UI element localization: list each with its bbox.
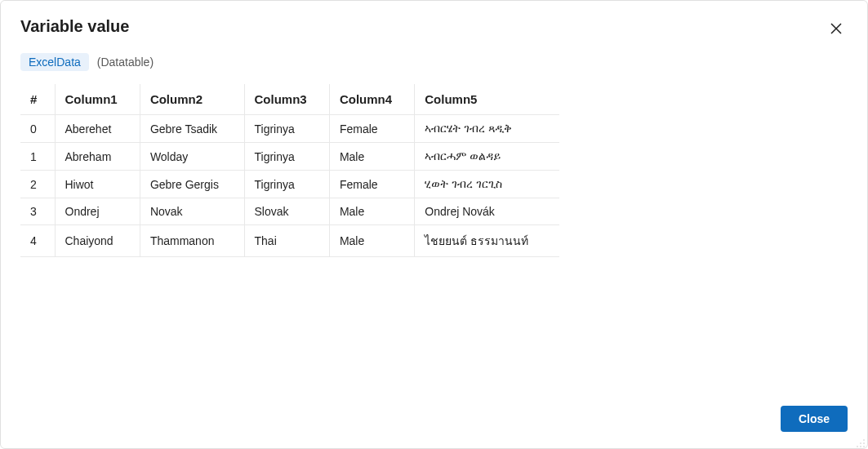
table-container: # Column1 Column2 Column3 Column4 Column… [1, 71, 867, 393]
header-column4[interactable]: Column4 [329, 84, 414, 115]
table-cell: 1 [20, 143, 55, 171]
svg-point-0 [863, 439, 865, 441]
table-cell: Hiwot [55, 171, 140, 198]
dialog-header: Variable value [1, 1, 867, 40]
variable-info-bar: ExcelData (Datatable) [1, 40, 867, 71]
table-cell: 0 [20, 115, 55, 143]
table-cell: ሂወት ገብረ ገርጊስ [415, 171, 559, 198]
table-cell: Tigrinya [244, 115, 329, 143]
close-icon-button[interactable] [825, 17, 848, 40]
table-cell: Gebre Tsadik [140, 115, 244, 143]
table-cell: Thammanon [140, 225, 244, 257]
table-cell: Tigrinya [244, 171, 329, 198]
svg-point-1 [860, 442, 861, 444]
table-cell: Wolday [140, 143, 244, 171]
table-row[interactable]: 2HiwotGebre GergisTigrinyaFemaleሂወት ገብረ … [20, 171, 559, 198]
table-row[interactable]: 3OndrejNovakSlovakMaleOndrej Novák [20, 198, 559, 225]
variable-value-dialog: Variable value ExcelData (Datatable) # C… [0, 0, 868, 449]
table-cell: 4 [20, 225, 55, 257]
dialog-footer: Close [1, 393, 867, 448]
table-row[interactable]: 0AberehetGebre TsadikTigrinyaFemaleኣብርሄት… [20, 115, 559, 143]
close-icon [830, 23, 842, 34]
dialog-title: Variable value [20, 17, 129, 36]
svg-point-5 [863, 446, 865, 447]
table-cell: Female [329, 115, 414, 143]
table-header-row: # Column1 Column2 Column3 Column4 Column… [20, 84, 559, 115]
table-row[interactable]: 1AbrehamWoldayTigrinyaMaleኣብርሓም ወልዳይ [20, 143, 559, 171]
svg-point-3 [857, 446, 858, 447]
table-cell: Male [329, 143, 414, 171]
svg-point-4 [860, 446, 861, 447]
header-column2[interactable]: Column2 [140, 84, 244, 115]
table-cell: Abreham [55, 143, 140, 171]
table-cell: Ondrej [55, 198, 140, 225]
table-cell: ኣብርሓም ወልዳይ [415, 143, 559, 171]
table-cell: Male [329, 198, 414, 225]
table-cell: Novak [140, 198, 244, 225]
table-row[interactable]: 4ChaiyondThammanonThaiMaleไชยยนต์ ธรรมาน… [20, 225, 559, 257]
close-button[interactable]: Close [781, 406, 848, 432]
table-cell: ኣብርሄት ገብረ ጻዲቅ [415, 115, 559, 143]
table-cell: Female [329, 171, 414, 198]
table-cell: Thai [244, 225, 329, 257]
table-cell: Ondrej Novák [415, 198, 559, 225]
table-cell: Slovak [244, 198, 329, 225]
table-cell: Gebre Gergis [140, 171, 244, 198]
table-cell: 2 [20, 171, 55, 198]
header-index[interactable]: # [20, 84, 55, 115]
data-table: # Column1 Column2 Column3 Column4 Column… [20, 84, 559, 257]
variable-type-label: (Datatable) [97, 56, 154, 69]
table-cell: Aberehet [55, 115, 140, 143]
variable-name-chip[interactable]: ExcelData [20, 53, 89, 71]
table-cell: ไชยยนต์ ธรรมานนท์ [415, 225, 559, 257]
header-column3[interactable]: Column3 [244, 84, 329, 115]
header-column1[interactable]: Column1 [55, 84, 140, 115]
resize-grip[interactable] [856, 437, 866, 447]
table-cell: Male [329, 225, 414, 257]
table-cell: 3 [20, 198, 55, 225]
svg-point-2 [863, 442, 865, 444]
header-column5[interactable]: Column5 [415, 84, 559, 115]
table-cell: Chaiyond [55, 225, 140, 257]
table-cell: Tigrinya [244, 143, 329, 171]
